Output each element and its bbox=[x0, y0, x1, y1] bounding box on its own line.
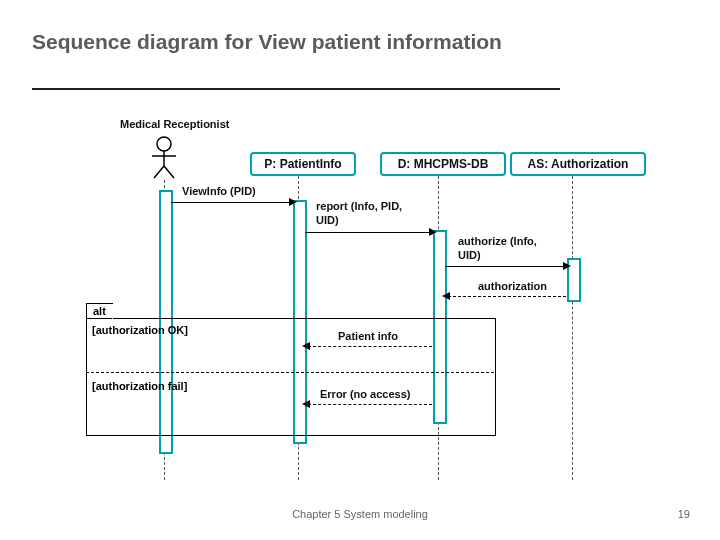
guard-ok: [authorization OK] bbox=[92, 324, 188, 336]
arrowhead-viewinfo bbox=[289, 198, 297, 206]
arrowhead-report bbox=[429, 228, 437, 236]
title-underline bbox=[32, 88, 560, 90]
object-as: AS: Authorization bbox=[510, 152, 646, 176]
msg-report-2: UID) bbox=[316, 214, 339, 226]
msg-authorize-1: authorize (Info, bbox=[458, 235, 537, 247]
arrow-patientinfo bbox=[308, 346, 432, 347]
slide-title: Sequence diagram for View patient inform… bbox=[32, 30, 502, 54]
msg-authorize-2: UID) bbox=[458, 249, 481, 261]
object-patientinfo: P: PatientInfo bbox=[250, 152, 356, 176]
alt-divider bbox=[86, 372, 494, 373]
arrow-viewinfo bbox=[171, 202, 291, 203]
actor-icon bbox=[150, 136, 178, 180]
arrowhead-error bbox=[302, 400, 310, 408]
arrowhead-authorization bbox=[442, 292, 450, 300]
arrow-authorization bbox=[448, 296, 566, 297]
arrowhead-authorize bbox=[563, 262, 571, 270]
svg-point-0 bbox=[157, 137, 171, 151]
object-db: D: MHCPMS-DB bbox=[380, 152, 506, 176]
msg-report-1: report (Info, PID, bbox=[316, 200, 402, 212]
arrow-authorize bbox=[445, 266, 565, 267]
lifeline-as bbox=[572, 176, 573, 480]
sequence-diagram: Medical Receptionist P: PatientInfo D: M… bbox=[90, 140, 650, 480]
page-number: 19 bbox=[678, 508, 690, 520]
actor-label: Medical Receptionist bbox=[120, 118, 229, 130]
guard-fail: [authorization fail] bbox=[92, 380, 187, 392]
svg-line-3 bbox=[154, 166, 164, 178]
svg-line-4 bbox=[164, 166, 174, 178]
arrow-error bbox=[308, 404, 432, 405]
arrowhead-patientinfo bbox=[302, 342, 310, 350]
alt-tag: alt bbox=[86, 303, 113, 318]
msg-viewinfo: ViewInfo (PID) bbox=[182, 185, 256, 197]
msg-error: Error (no access) bbox=[320, 388, 410, 400]
msg-patientinfo: Patient info bbox=[338, 330, 398, 342]
msg-authorization: authorization bbox=[478, 280, 547, 292]
footer-text: Chapter 5 System modeling bbox=[0, 508, 720, 520]
arrow-report bbox=[305, 232, 431, 233]
